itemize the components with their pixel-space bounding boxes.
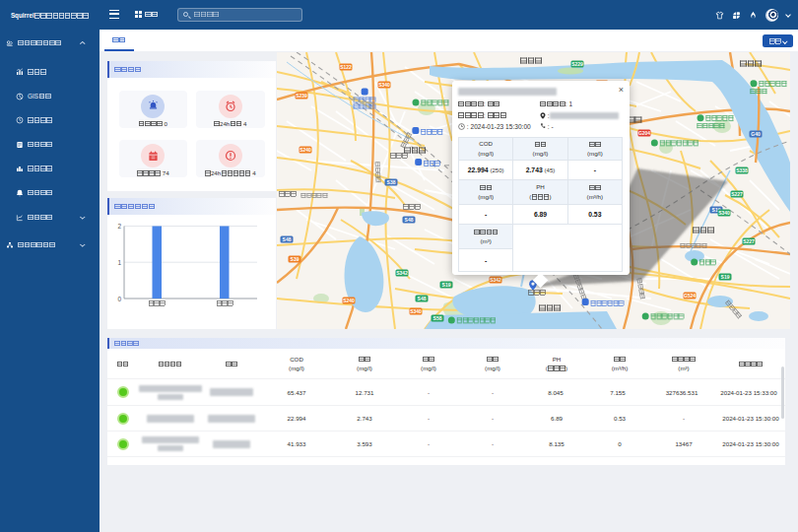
- svg-text:0: 0: [117, 296, 121, 302]
- svg-text:1: 1: [117, 259, 121, 266]
- svg-text:2: 2: [117, 223, 121, 230]
